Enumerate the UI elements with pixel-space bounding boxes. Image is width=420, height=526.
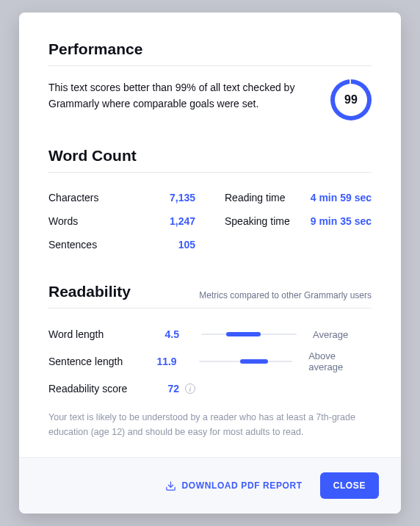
metric-value: 72: [142, 383, 179, 394]
modal-content: Performance This text scores better than…: [19, 12, 401, 457]
stat-speaking-time: Speaking time 9 min 35 sec: [225, 209, 372, 233]
metric-readability-score: Readability score 72 i: [48, 378, 372, 400]
stat-value: 9 min 35 sec: [311, 215, 372, 227]
wordcount-right-col: Reading time 4 min 59 sec Speaking time …: [225, 186, 372, 256]
performance-heading: Performance: [48, 40, 372, 66]
info-icon[interactable]: i: [185, 383, 195, 394]
metric-word-length: Word length 4.5 Average: [48, 323, 372, 345]
score-value: 99: [344, 93, 358, 107]
score-ring: 99: [330, 79, 372, 120]
modal-footer: DOWNLOAD PDF REPORT CLOSE: [19, 457, 401, 514]
stat-label: Characters: [48, 192, 98, 203]
metric-label: Readability score: [48, 383, 142, 394]
stat-reading-time: Reading time 4 min 59 sec: [225, 186, 372, 209]
readability-subtitle: Metrics compared to other Grammarly user…: [199, 290, 372, 300]
metric-gauge: [201, 331, 297, 337]
download-icon: [165, 480, 176, 491]
metric-gauge: [199, 359, 293, 364]
download-label: DOWNLOAD PDF REPORT: [182, 480, 303, 491]
stat-label: Sentences: [48, 239, 97, 251]
wordcount-grid: Characters 7,135 Words 1,247 Sentences 1…: [48, 186, 372, 256]
stat-value: 105: [178, 239, 195, 251]
metric-label: Word length: [48, 328, 142, 340]
close-button[interactable]: CLOSE: [320, 472, 379, 499]
metric-tag: Average: [313, 329, 348, 340]
performance-description: This text scores better than 99% of all …: [48, 79, 316, 112]
readability-explanation: Your text is likely to be understood by …: [48, 410, 372, 439]
wordcount-heading: Word Count: [48, 147, 372, 173]
performance-row: This text scores better than 99% of all …: [48, 79, 372, 120]
metric-sentence-length: Sentence length 11.9 Above average: [48, 345, 372, 378]
readability-header: Readability Metrics compared to other Gr…: [48, 283, 372, 309]
stat-value: 1,247: [170, 215, 195, 227]
stat-label: Speaking time: [225, 215, 290, 227]
metric-label: Sentence length: [48, 356, 141, 367]
stat-words: Words 1,247: [48, 209, 195, 233]
readability-heading: Readability: [48, 283, 131, 300]
download-pdf-button[interactable]: DOWNLOAD PDF REPORT: [165, 480, 303, 491]
metric-value: 4.5: [142, 328, 179, 340]
performance-modal: Performance This text scores better than…: [19, 12, 401, 514]
metric-tag: Above average: [308, 350, 372, 372]
stat-label: Words: [48, 215, 78, 227]
metric-value: 11.9: [141, 356, 177, 367]
stat-sentences: Sentences 105: [48, 233, 195, 256]
wordcount-left-col: Characters 7,135 Words 1,247 Sentences 1…: [48, 186, 195, 256]
stat-label: Reading time: [225, 192, 286, 203]
stat-value: 4 min 59 sec: [311, 192, 372, 203]
stat-value: 7,135: [170, 192, 195, 203]
stat-characters: Characters 7,135: [48, 186, 195, 209]
